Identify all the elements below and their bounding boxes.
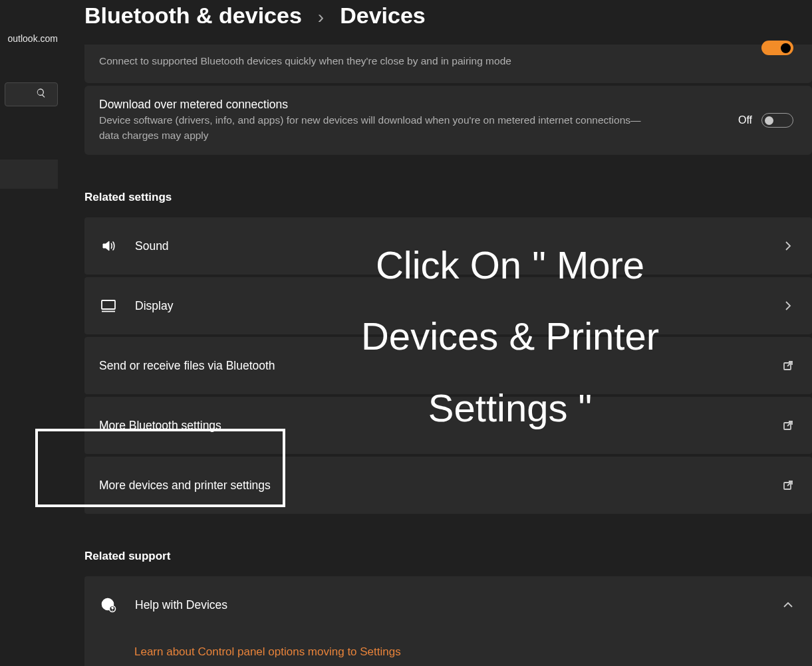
sidebar-nav-item-selected[interactable] — [0, 160, 58, 189]
svg-line-7 — [787, 481, 792, 486]
related-item-display[interactable]: Display — [84, 277, 812, 334]
breadcrumb: Bluetooth & devices › Devices — [84, 3, 812, 29]
external-link-icon — [781, 420, 797, 431]
chevron-up-icon — [781, 600, 797, 610]
related-item-label: More Bluetooth settings — [99, 419, 764, 433]
search-input[interactable] — [5, 82, 58, 106]
search-icon — [36, 88, 47, 101]
related-item-label: Sound — [135, 239, 764, 253]
setting-quick-pair: Connect to supported Bluetooth devices q… — [84, 45, 812, 83]
setting-metered-download: Download over metered connections Device… — [84, 86, 812, 155]
related-item-more-devices-printer-settings[interactable]: More devices and printer settings — [84, 457, 812, 514]
help-link-control-panel[interactable]: Learn about Control panel options moving… — [84, 641, 812, 663]
related-item-send-receive-bluetooth[interactable]: Send or receive files via Bluetooth — [84, 337, 812, 394]
related-item-label: More devices and printer settings — [99, 479, 764, 493]
globe-help-icon — [99, 597, 118, 613]
toggle-quick-pair[interactable] — [761, 41, 793, 55]
external-link-icon — [781, 360, 797, 371]
related-item-more-bluetooth-settings[interactable]: More Bluetooth settings — [84, 397, 812, 454]
svg-line-3 — [787, 362, 792, 366]
section-heading-related-settings: Related settings — [84, 191, 812, 204]
monitor-icon — [99, 299, 118, 312]
speaker-icon — [99, 238, 118, 254]
svg-point-12 — [112, 610, 112, 611]
chevron-right-icon — [781, 300, 797, 311]
chevron-right-icon: › — [318, 7, 324, 28]
external-link-icon — [781, 480, 797, 491]
svg-rect-0 — [102, 300, 115, 309]
help-header[interactable]: Help with Devices — [84, 576, 812, 633]
chevron-right-icon — [781, 241, 797, 251]
toggle-metered[interactable] — [761, 113, 793, 128]
sidebar: outlook.com — [0, 0, 58, 666]
content-area: Bluetooth & devices › Devices Connect to… — [58, 0, 812, 666]
related-item-label: Display — [135, 299, 764, 313]
breadcrumb-parent[interactable]: Bluetooth & devices — [84, 3, 302, 29]
setting-metered-description: Device software (drivers, info, and apps… — [99, 113, 644, 143]
setting-quick-pair-description: Connect to supported Bluetooth devices q… — [99, 54, 644, 68]
setting-metered-title: Download over metered connections — [99, 98, 738, 112]
account-email: outlook.com — [8, 33, 58, 44]
toggle-label-metered: Off — [738, 114, 752, 126]
help-block: Help with Devices Learn about Control pa… — [84, 576, 812, 666]
breadcrumb-current: Devices — [340, 3, 426, 29]
section-heading-related-support: Related support — [84, 550, 812, 563]
help-title: Help with Devices — [135, 598, 764, 612]
related-item-label: Send or receive files via Bluetooth — [99, 359, 764, 373]
svg-line-5 — [787, 421, 792, 426]
related-item-sound[interactable]: Sound — [84, 217, 812, 275]
